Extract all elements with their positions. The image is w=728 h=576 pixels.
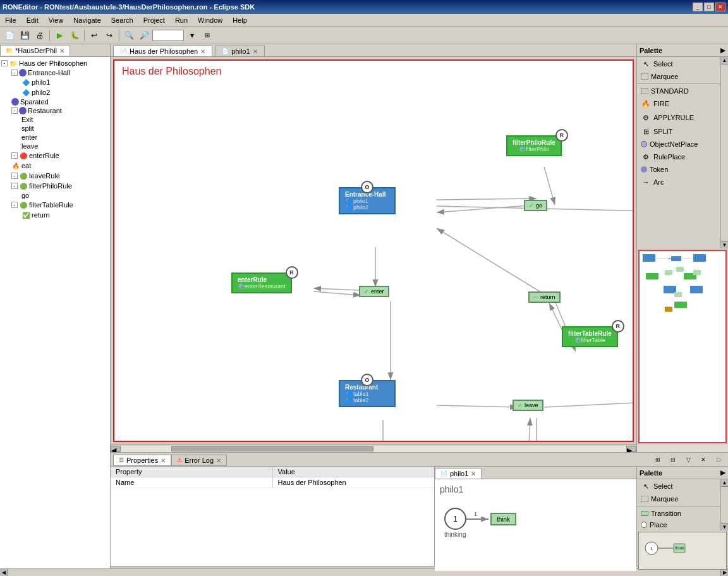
tree-leaverule[interactable]: - 🟢 leaveRule [1,171,109,181]
diagram-scrollbar-h[interactable]: ◀ ▶ [111,444,636,452]
tree-filtertablerule[interactable]: - 🟢 filterTableRule [1,200,109,210]
node-enter[interactable]: ✓ enter [359,286,389,297]
menu-window[interactable]: Window [193,15,228,25]
palette-expand-icon[interactable]: ▶ [720,47,725,54]
debug-button[interactable]: 🐛 [68,28,82,42]
tree-root-expand[interactable]: - [1,60,8,66]
menu-navigate[interactable]: Navigate [68,15,106,25]
tree-entrance-hall[interactable]: - Entrance-Hall [1,68,109,77]
fit-button[interactable]: ⊞ [200,28,214,42]
scroll-thumb-h[interactable] [171,446,373,451]
tab-haus-der-philosophen[interactable]: 📄 Haus der Philosophen ✕ [113,46,212,56]
palette-arc[interactable]: → Arc [637,175,720,189]
palette-scroll-down[interactable]: ▼ [721,241,728,248]
tab-properties-close[interactable]: ✕ [161,457,166,464]
philo-content[interactable]: philo1 1 thinking 1 think [435,479,636,571]
zoom-dropdown-button[interactable]: ▾ [185,28,199,42]
node-filtertablerule[interactable]: R filterTableRule ⚙️filterTable [562,326,618,347]
menu-edit[interactable]: Edit [21,15,44,25]
philo-scroll-down[interactable]: ▼ [721,523,728,530]
scroll-left-btn[interactable]: ◀ [111,446,121,452]
tab-properties[interactable]: ☰ Properties ✕ [113,455,171,465]
tree-enterrule[interactable]: - 🔴 enterRule [1,150,109,161]
redo-button[interactable]: ↪ [102,28,116,42]
node-enterrule[interactable]: R enterRule ⚙️enterRestaurant [231,273,292,293]
bottom-btn-1[interactable]: ⊞ [651,453,665,467]
palette-applyrule[interactable]: ⚙ APPLYRULE [637,111,720,125]
tab-philo1[interactable]: 📄 philo1 ✕ [215,46,264,56]
philo-palette-scrollbar[interactable]: ▲ ▼ [720,479,728,530]
tree-root[interactable]: - 📁 Haus der Philosophen [1,58,109,68]
palette-scrollbar-v[interactable]: ▲ ▼ [720,57,728,248]
print-button[interactable]: 🖨 [33,28,47,42]
node-restaurant[interactable]: O Restaurant 🔷table1 🔷table2 [339,380,396,407]
tree-container[interactable]: - 📁 Haus der Philosophen - Entrance-Hall… [0,57,110,576]
tree-enter[interactable]: enter [1,133,109,142]
bottom-btn-2[interactable]: ⊟ [666,453,680,467]
tree-restaurant-expand[interactable]: - [11,107,18,114]
palette-scroll-up[interactable]: ▲ [721,57,728,64]
tab-errorlog-close[interactable]: ✕ [216,457,221,464]
bottom-btn-5[interactable]: □ [712,453,725,467]
philo-palette-select[interactable]: ↖ Select [637,479,720,493]
new-button[interactable]: 📄 [3,28,16,42]
tree-leave[interactable]: leave [1,142,109,150]
palette-select[interactable]: ↖ Select [637,57,720,71]
tree-philo1[interactable]: 🔷 philo1 [1,77,109,87]
menu-view[interactable]: View [44,15,69,25]
palette-marquee[interactable]: Marquee [637,71,720,82]
tab-haus-close[interactable]: ✕ [200,48,205,55]
node-leave[interactable]: ✓ leave [513,400,543,411]
tree-entrance-expand[interactable]: - [11,70,18,76]
diagram-canvas[interactable]: Haus der Philosophen [113,59,634,442]
run-button[interactable]: ▶ [52,28,66,42]
zoom-out-button[interactable]: 🔎 [137,28,151,42]
tree-restaurant[interactable]: - Restaurant [1,106,109,115]
tree-sparated[interactable]: Sparated [1,97,109,106]
menu-project[interactable]: Project [138,15,170,25]
palette-fire[interactable]: 🔥 FIRE [637,97,720,111]
node-return[interactable]: ↩ return [528,291,561,303]
save-button[interactable]: 💾 [18,28,32,42]
palette-ruleplace[interactable]: ⚙ RulePlace [637,150,720,164]
tab-errorlog[interactable]: ⚠ Error Log ✕ [171,455,227,465]
menu-help[interactable]: Help [228,15,252,25]
properties-scrollbar-h[interactable]: ◀ ▶ [111,568,434,571]
node-entrance-hall[interactable]: O Entrance-Hall 🔷philo1 🔷philo2 [339,187,396,214]
philo-think-transition[interactable]: think [490,513,516,525]
tab-philo1-bottom-close[interactable]: ✕ [471,470,476,477]
tree-leaverule-expand[interactable]: - [11,173,18,179]
philo-palette-transition[interactable]: Transition [637,508,720,519]
undo-button[interactable]: ↩ [87,28,101,42]
tree-philo2[interactable]: 🔷 philo2 [1,87,109,97]
minimize-button[interactable]: _ [693,3,703,11]
tree-eat[interactable]: 🔥 eat [1,161,109,171]
close-button[interactable]: ✕ [715,3,725,11]
node-filterphilorule[interactable]: R filterPhiloRule ⚙️filterPhilo [506,135,562,156]
zoom-in-button[interactable]: 🔍 [122,28,136,42]
philo-thinking-node[interactable]: 1 [444,508,466,530]
bottom-btn-4[interactable]: ✕ [696,453,710,467]
palette-split[interactable]: ⊞ SPLIT [637,125,720,138]
menu-search[interactable]: Search [106,15,138,25]
zoom-input[interactable]: 100% [152,30,184,41]
tree-split[interactable]: split [1,124,109,133]
scroll-right-btn[interactable]: ▶ [626,446,636,452]
tree-enterrule-expand[interactable]: - [11,152,18,159]
tab-philo1-bottom[interactable]: 📄 philo1 ✕ [435,468,482,479]
left-tab-close[interactable]: ✕ [59,47,64,54]
palette-token[interactable]: Token [637,164,720,175]
menu-run[interactable]: Run [170,15,193,25]
left-tab-label[interactable]: 📁 *HausDerPhil ✕ [0,45,70,56]
tree-exit[interactable]: Exit [1,115,109,124]
palette-standard[interactable]: STANDARD [637,85,720,97]
scroll-track-h[interactable] [121,446,626,452]
philo-palette-marquee[interactable]: Marquee [637,493,720,505]
tab-philo1-close[interactable]: ✕ [253,48,258,55]
menu-file[interactable]: File [0,15,21,25]
node-go[interactable]: ✓ go [524,200,547,211]
tree-filterphilo-expand[interactable]: - [11,183,18,189]
palette-objectnetplace[interactable]: ObjectNetPlace [637,138,720,150]
philo-scroll-up[interactable]: ▲ [721,479,728,487]
tree-filterphilorule[interactable]: - 🟢 filterPhiloRule [1,181,109,191]
